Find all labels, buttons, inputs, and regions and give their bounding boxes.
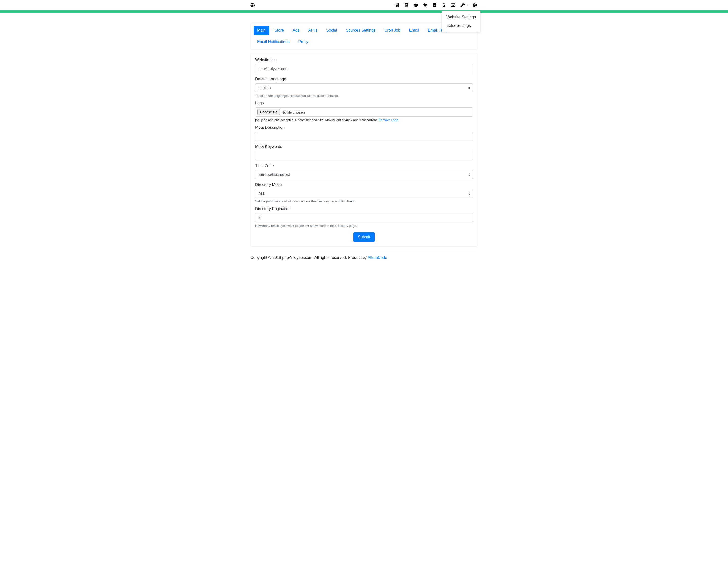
default-language-select[interactable]: english	[255, 83, 473, 92]
dollar-icon[interactable]	[442, 3, 446, 7]
logo-label: Logo	[255, 101, 473, 105]
directory-pagination-help: How many results you want to see per sho…	[255, 224, 473, 228]
plug-icon[interactable]	[423, 3, 427, 7]
meta-keywords-label: Meta Keywords	[255, 145, 473, 149]
tab-proxy[interactable]: Proxy	[295, 37, 312, 46]
tab-email-notifications[interactable]: Email Notifications	[254, 37, 293, 46]
tab-social[interactable]: Social	[323, 26, 340, 35]
directory-pagination-input[interactable]	[255, 213, 473, 222]
caret-down-icon	[466, 5, 468, 6]
meta-description-input[interactable]	[255, 132, 473, 141]
chart-icon[interactable]	[451, 3, 455, 7]
tab-sources-settings[interactable]: Sources Settings	[342, 26, 379, 35]
time-zone-label: Time Zone	[255, 164, 473, 168]
tab-main[interactable]: Main	[254, 26, 269, 35]
tab-apis[interactable]: API's	[305, 26, 321, 35]
settings-dropdown-menu: Website Settings Extra Settings	[442, 11, 480, 32]
tab-ads[interactable]: Ads	[289, 26, 303, 35]
logo-file-input[interactable]: Choose file No file chosen	[255, 107, 473, 117]
time-zone-select[interactable]: Europe/Bucharest	[255, 170, 473, 179]
tab-cron-job[interactable]: Cron Job	[381, 26, 404, 35]
directory-mode-label: Directory Mode	[255, 183, 473, 187]
wrench-dropdown[interactable]: Website Settings Extra Settings	[460, 3, 468, 7]
accent-bar	[0, 10, 728, 13]
home-icon[interactable]	[395, 3, 399, 7]
remove-logo-link[interactable]: Remove Logo	[379, 118, 398, 122]
logout-icon[interactable]	[473, 3, 478, 7]
dropdown-item-extra-settings[interactable]: Extra Settings	[442, 21, 480, 30]
users-icon[interactable]	[414, 3, 418, 7]
globe-icon[interactable]	[250, 3, 255, 7]
instagram-icon[interactable]	[404, 3, 409, 7]
file-status-text: No file chosen	[281, 110, 305, 114]
dropdown-item-website-settings[interactable]: Website Settings	[442, 13, 480, 21]
meta-keywords-input[interactable]	[255, 151, 473, 160]
tab-email[interactable]: Email	[406, 26, 422, 35]
meta-description-label: Meta Description	[255, 125, 473, 130]
default-language-label: Default Language	[255, 77, 473, 81]
settings-form: Website title Default Language english ▲…	[250, 53, 478, 247]
file-icon[interactable]	[432, 3, 437, 7]
altumcode-link[interactable]: AltumCode	[368, 256, 387, 260]
submit-button[interactable]: Submit	[353, 233, 375, 242]
tab-store[interactable]: Store	[271, 26, 287, 35]
choose-file-button[interactable]: Choose file	[257, 109, 280, 115]
wrench-icon	[460, 3, 465, 7]
website-title-label: Website title	[255, 58, 473, 62]
footer: Copyright © 2019 phpAnalyzer.com. All ri…	[250, 250, 478, 265]
default-language-help: To add more languages, please consult th…	[255, 94, 473, 98]
directory-mode-select[interactable]: ALL	[255, 189, 473, 198]
website-title-input[interactable]	[255, 64, 473, 74]
directory-pagination-label: Directory Pagination	[255, 207, 473, 211]
logo-help: jpg, jpeg and png accepted. Recommended …	[255, 118, 473, 122]
directory-mode-help: Set the permissions of who can access th…	[255, 200, 473, 203]
